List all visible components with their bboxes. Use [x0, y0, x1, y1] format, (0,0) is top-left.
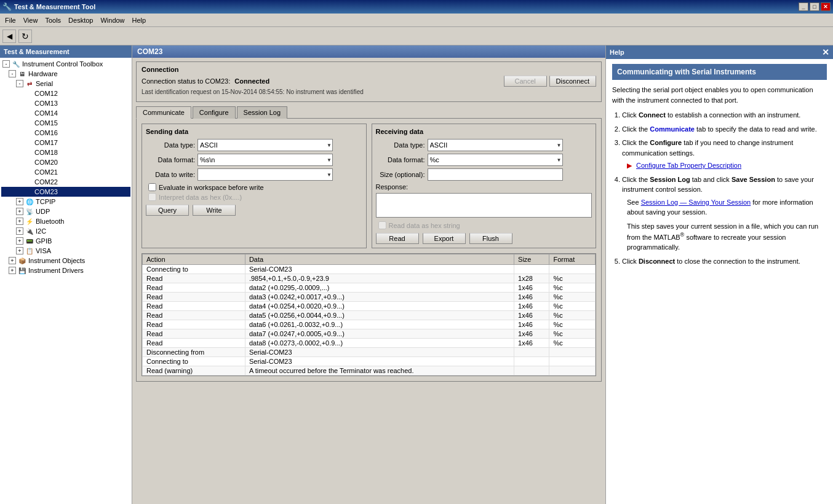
- tree-item-toolbox[interactable]: - 🔧 Instrument Control Toolbox: [1, 59, 130, 69]
- expand-hardware[interactable]: -: [9, 70, 16, 77]
- tree-item-com15[interactable]: COM15: [1, 118, 130, 128]
- recv-data-type-select[interactable]: ASCII: [428, 139, 563, 151]
- tree-item-com23[interactable]: COM23: [1, 187, 130, 197]
- table-cell-data: data3 (+0.0242,+0.0017,+0.9...): [245, 293, 514, 302]
- recv-response-label-row: Response:: [376, 183, 592, 191]
- refresh-button[interactable]: ↻: [18, 30, 32, 43]
- session-table: Action Data Size Format Connecting toSer…: [141, 253, 596, 376]
- tab-configure[interactable]: Configure: [193, 106, 236, 119]
- tree-item-instrument-objects[interactable]: + 📦 Instrument Objects: [1, 256, 130, 266]
- configure-tab-link[interactable]: Configure Tab Property Description: [636, 162, 741, 169]
- recv-size-input[interactable]: [428, 168, 563, 181]
- table-cell-data: Serial-COM23: [245, 348, 514, 357]
- tree-item-visa[interactable]: + 📋 VISA: [1, 246, 130, 256]
- table-cell-format: %c: [549, 274, 596, 283]
- recv-hex-row: Read data as hex string: [376, 221, 592, 229]
- disconnect-button[interactable]: Disconnect: [549, 76, 596, 87]
- tree-item-com21[interactable]: COM21: [1, 167, 130, 177]
- expand-i2c[interactable]: +: [16, 227, 23, 235]
- session-log-link[interactable]: Session Log — Saving Your Session: [641, 199, 751, 206]
- send-data-format-select[interactable]: %s\n: [197, 154, 333, 166]
- expand-tcpip[interactable]: +: [16, 198, 23, 205]
- eval-workspace-checkbox[interactable]: [148, 183, 156, 191]
- expand-instrument-drivers[interactable]: +: [9, 267, 16, 274]
- tree-item-com18[interactable]: COM18: [1, 148, 130, 157]
- tree-item-udp[interactable]: + 📡 UDP: [1, 207, 130, 216]
- com15-icon: [23, 119, 33, 127]
- expand-bluetooth[interactable]: +: [16, 218, 23, 225]
- recv-hex-checkbox[interactable]: [378, 221, 386, 229]
- connection-box: Connection Connection status to COM23: C…: [136, 61, 602, 102]
- recv-response-area[interactable]: [376, 193, 592, 218]
- menu-tools[interactable]: Tools: [41, 15, 65, 25]
- expand-toolbox[interactable]: -: [2, 60, 10, 68]
- recv-hex-label: Read data as hex string: [389, 222, 460, 229]
- tree-item-com17[interactable]: COM17: [1, 138, 130, 148]
- expand-serial[interactable]: -: [16, 80, 23, 87]
- recv-data-format-label: Data format:: [376, 156, 425, 163]
- tree-item-hardware[interactable]: - 🖥 Hardware: [1, 69, 130, 79]
- tree-item-com20[interactable]: COM20: [1, 157, 130, 167]
- table-row: Disconnecting fromSerial-COM23: [143, 348, 596, 357]
- table-cell-action: Read: [143, 329, 245, 339]
- interpret-hex-checkbox[interactable]: [148, 193, 156, 201]
- tree-item-i2c[interactable]: + 🔌 I2C: [1, 226, 130, 236]
- menu-help[interactable]: Help: [129, 15, 150, 25]
- flush-button[interactable]: Flush: [469, 233, 512, 244]
- receiving-data-title: Receiving data: [376, 128, 592, 135]
- menu-desktop[interactable]: Desktop: [65, 15, 97, 25]
- table-cell-action: Connecting to: [143, 357, 245, 366]
- tree-item-com16[interactable]: COM16: [1, 128, 130, 138]
- tree-item-serial[interactable]: - ⇄ Serial: [1, 79, 130, 89]
- help-steps: Click Connect to establish a connection …: [612, 110, 827, 266]
- expand-instrument-objects[interactable]: +: [9, 257, 16, 264]
- read-button[interactable]: Read: [376, 233, 419, 244]
- tree-item-com13[interactable]: COM13: [1, 98, 130, 108]
- expand-gpib[interactable]: +: [16, 237, 23, 245]
- query-button[interactable]: Query: [146, 205, 189, 216]
- minimize-button[interactable]: _: [799, 2, 808, 11]
- center-content: Connection Connection status to COM23: C…: [132, 58, 605, 504]
- com17-icon: [23, 138, 33, 147]
- close-button[interactable]: ✕: [821, 2, 831, 11]
- help-step1-bold: Connect: [639, 111, 666, 119]
- table-cell-data: A timeout occurred before the Terminator…: [245, 366, 514, 376]
- maximize-button[interactable]: □: [810, 2, 819, 11]
- table-cell-format: %c: [549, 311, 596, 320]
- tree-item-gpib[interactable]: + 📟 GPIB: [1, 236, 130, 246]
- tab-communicate[interactable]: Communicate: [136, 106, 191, 119]
- recv-data-format-select[interactable]: %c: [428, 154, 563, 166]
- send-data-type-select-wrapper: ASCII ▼: [197, 139, 333, 151]
- expand-udp[interactable]: +: [16, 208, 23, 215]
- table-row: Connecting toSerial-COM23: [143, 265, 596, 274]
- tree-item-instrument-drivers[interactable]: + 💾 Instrument Drivers: [1, 266, 130, 275]
- tree-item-com22[interactable]: COM22: [1, 177, 130, 187]
- cancel-button[interactable]: Cancel: [504, 76, 547, 87]
- back-button[interactable]: ◀: [2, 30, 16, 43]
- table-cell-action: Read: [143, 283, 245, 293]
- tree-item-tcpip[interactable]: + 🌐 TCPIP: [1, 197, 130, 207]
- write-button[interactable]: Write: [193, 205, 236, 216]
- menu-file[interactable]: File: [1, 15, 20, 25]
- table-cell-size: 1x46: [514, 311, 549, 320]
- expand-visa[interactable]: +: [16, 247, 23, 254]
- sending-data-section: Sending data Data type: ASCII ▼: [141, 124, 367, 248]
- tree-item-com14[interactable]: COM14: [1, 108, 130, 118]
- help-close-button[interactable]: ✕: [822, 48, 829, 57]
- export-button[interactable]: Export: [423, 233, 466, 244]
- help-content: Communicating with Serial Instruments Se…: [606, 59, 833, 504]
- help-step-3: Click the Configure tab if you need to c…: [622, 138, 827, 171]
- send-data-format-label: Data format:: [146, 156, 195, 163]
- tab-session-log[interactable]: Session Log: [237, 106, 288, 119]
- send-data-type-select[interactable]: ASCII: [197, 139, 333, 151]
- tree-item-bluetooth[interactable]: + ⚡ Bluetooth: [1, 216, 130, 226]
- table-cell-data: data4 (+0.0254,+0.0020,+0.9...): [245, 302, 514, 311]
- tree-item-com12[interactable]: COM12: [1, 89, 130, 98]
- menu-window[interactable]: Window: [97, 15, 128, 25]
- menu-view[interactable]: View: [20, 15, 42, 25]
- data-to-write-select[interactable]: [197, 168, 333, 181]
- recv-btn-row: Read Export Flush: [376, 233, 592, 244]
- com23-icon: [23, 187, 33, 196]
- left-panel-header: Test & Measurement: [0, 45, 132, 58]
- recv-data-format-select-wrapper: %c ▼: [428, 154, 563, 166]
